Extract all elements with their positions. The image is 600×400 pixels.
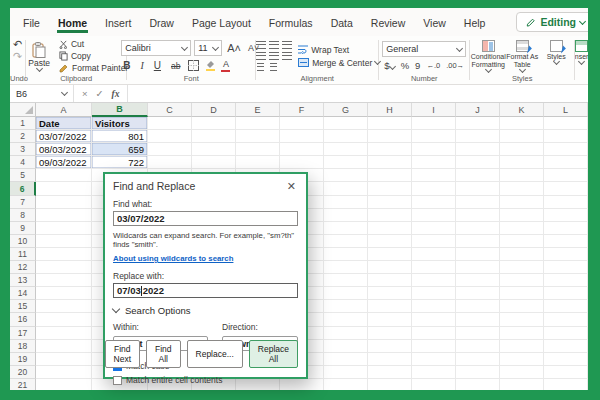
row-header-4[interactable]: 4 <box>10 156 36 169</box>
cell-l11[interactable] <box>544 248 588 261</box>
cell-g10[interactable] <box>324 235 368 248</box>
increase-indent-icon[interactable] <box>270 63 277 71</box>
cell-k11[interactable] <box>500 248 544 261</box>
redo-icon[interactable]: ↷ <box>13 51 22 62</box>
find-all-button[interactable]: Find All <box>146 340 181 368</box>
italic-button[interactable]: I <box>138 60 145 71</box>
formula-input[interactable] <box>128 85 588 102</box>
cell-i16[interactable] <box>412 313 456 326</box>
cell-i15[interactable] <box>412 300 456 313</box>
cell-e4[interactable] <box>236 156 280 169</box>
cell-j14[interactable] <box>456 287 500 300</box>
insert-function-icon[interactable]: fx <box>112 89 120 99</box>
cell-l10[interactable] <box>544 235 588 248</box>
cell-l21[interactable] <box>544 379 588 390</box>
cell-i2[interactable] <box>412 130 456 143</box>
cell-j3[interactable] <box>456 143 500 156</box>
cell-h5[interactable] <box>368 169 412 182</box>
cell-a3[interactable]: 08/03/2022 <box>36 143 92 156</box>
name-box[interactable]: B6 <box>10 85 74 102</box>
row-header-17[interactable]: 17 <box>10 327 36 340</box>
cell-g3[interactable] <box>324 143 368 156</box>
cell-j1[interactable] <box>456 117 500 130</box>
column-header-d[interactable]: D <box>192 103 236 117</box>
cell-k9[interactable] <box>500 222 544 235</box>
menu-tab-data[interactable]: Data <box>322 9 362 36</box>
cell-i12[interactable] <box>412 261 456 274</box>
cell-h12[interactable] <box>368 261 412 274</box>
cell-i14[interactable] <box>412 287 456 300</box>
increase-font-size-button[interactable]: A˄ <box>225 42 243 54</box>
cut-button[interactable]: Cut <box>59 39 84 49</box>
format-painter-button[interactable]: Format Painter <box>59 63 128 73</box>
match-entire-checkbox[interactable] <box>113 376 122 385</box>
cell-g15[interactable] <box>324 300 368 313</box>
cell-i7[interactable] <box>412 196 456 209</box>
cell-h15[interactable] <box>368 300 412 313</box>
cell-j17[interactable] <box>456 327 500 340</box>
cell-i17[interactable] <box>412 327 456 340</box>
cell-j9[interactable] <box>456 222 500 235</box>
copy-button[interactable]: Copy <box>59 51 91 61</box>
column-header-h[interactable]: H <box>368 103 412 117</box>
cell-h20[interactable] <box>368 366 412 379</box>
decrease-decimal-button[interactable]: .00→ <box>446 61 464 70</box>
cell-c3[interactable] <box>148 143 192 156</box>
cell-j13[interactable] <box>456 274 500 287</box>
cell-i1[interactable] <box>412 117 456 130</box>
cell-l1[interactable] <box>544 117 588 130</box>
cell-a17[interactable] <box>36 327 92 340</box>
cell-i5[interactable] <box>412 169 456 182</box>
accounting-format-button[interactable]: $ <box>384 60 394 71</box>
cell-l15[interactable] <box>544 300 588 313</box>
bold-button[interactable]: B <box>121 60 132 71</box>
cell-a12[interactable] <box>36 261 92 274</box>
cell-h10[interactable] <box>368 235 412 248</box>
cell-i11[interactable] <box>412 248 456 261</box>
align-center-icon[interactable] <box>269 52 279 60</box>
row-header-5[interactable]: 5 <box>10 169 36 182</box>
menu-tab-insert[interactable]: Insert <box>96 9 140 36</box>
row-header-19[interactable]: 19 <box>10 353 36 366</box>
cell-h14[interactable] <box>368 287 412 300</box>
fill-color-button[interactable] <box>205 60 215 71</box>
cell-b2[interactable]: 801 <box>92 130 148 143</box>
cell-l9[interactable] <box>544 222 588 235</box>
cell-l2[interactable] <box>544 130 588 143</box>
column-header-e[interactable]: E <box>236 103 280 117</box>
cell-j19[interactable] <box>456 353 500 366</box>
cell-c1[interactable] <box>148 117 192 130</box>
align-right-icon[interactable] <box>282 52 292 60</box>
cell-a18[interactable] <box>36 340 92 353</box>
row-header-13[interactable]: 13 <box>10 274 36 287</box>
cell-a19[interactable] <box>36 353 92 366</box>
cell-l13[interactable] <box>544 274 588 287</box>
cell-g7[interactable] <box>324 196 368 209</box>
wrap-text-button[interactable]: Wrap Text <box>298 45 380 55</box>
cell-l17[interactable] <box>544 327 588 340</box>
cell-c4[interactable] <box>148 156 192 169</box>
cell-h4[interactable] <box>368 156 412 169</box>
cell-j6[interactable] <box>456 182 500 195</box>
row-header-10[interactable]: 10 <box>10 235 36 248</box>
cell-a16[interactable] <box>36 313 92 326</box>
row-header-18[interactable]: 18 <box>10 340 36 353</box>
cell-l6[interactable] <box>544 182 588 195</box>
menu-tab-help[interactable]: Help <box>455 9 495 36</box>
select-all-corner[interactable] <box>10 103 36 117</box>
cell-a2[interactable]: 03/07/2022 <box>36 130 92 143</box>
cell-i20[interactable] <box>412 366 456 379</box>
cell-l5[interactable] <box>544 169 588 182</box>
top-align-icon[interactable] <box>256 41 266 49</box>
cell-h1[interactable] <box>368 117 412 130</box>
conditional-formatting-button[interactable]: Conditional Formatting <box>472 40 505 72</box>
cell-k6[interactable] <box>500 182 544 195</box>
cell-d1[interactable] <box>192 117 236 130</box>
cell-k12[interactable] <box>500 261 544 274</box>
cell-k17[interactable] <box>500 327 544 340</box>
cell-j15[interactable] <box>456 300 500 313</box>
cell-l19[interactable] <box>544 353 588 366</box>
cell-g4[interactable] <box>324 156 368 169</box>
cell-i18[interactable] <box>412 340 456 353</box>
cell-h3[interactable] <box>368 143 412 156</box>
